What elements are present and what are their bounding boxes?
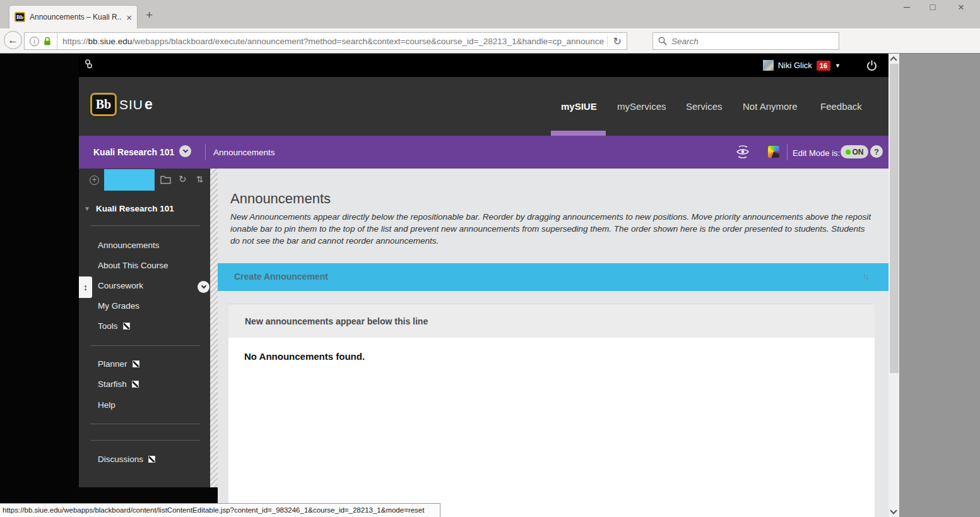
chevron-down-icon (201, 283, 206, 288)
coursework-menu-chevron-button[interactable] (198, 281, 210, 293)
collapse-caret-icon[interactable]: ▼ (84, 205, 90, 212)
user-menu[interactable]: Niki Glick 16 ▼ (763, 54, 877, 77)
external-window-icon (123, 323, 130, 330)
active-tab-underline (551, 131, 606, 136)
sidebar-divider (90, 345, 200, 346)
external-window-icon (148, 456, 155, 463)
back-button[interactable]: ← (4, 31, 22, 49)
sidebar-item-my-grades[interactable]: My Grades (98, 301, 139, 311)
sidebar-divider (90, 225, 200, 226)
window-maximize-button[interactable]: □ (923, 1, 942, 12)
logo-e-text: e (145, 96, 153, 113)
breadcrumb: Announcements (213, 148, 275, 157)
add-menu-item-icon[interactable]: + (90, 175, 99, 185)
user-avatar (763, 60, 774, 71)
chevron-down-icon: ▼ (835, 62, 841, 69)
reorder-arrows-icon[interactable]: ↑↓ (863, 271, 868, 282)
sidebar-item-help[interactable]: Help (98, 400, 115, 410)
external-window-icon (132, 381, 139, 388)
student-preview-icon[interactable] (735, 145, 751, 161)
sidebar-item-coursework[interactable]: Coursework (98, 281, 143, 290)
external-window-icon (133, 360, 139, 367)
course-menu-toolbar: + ↻ ⇅ (79, 169, 210, 192)
edit-mode-on-dot (846, 150, 851, 155)
sidebar-drag-edge[interactable] (210, 169, 218, 487)
secure-lock-icon (44, 37, 51, 46)
edit-mode-toggle[interactable]: ON (841, 145, 868, 158)
blackboard-favicon-icon: Bb (15, 12, 25, 22)
logout-power-icon[interactable] (866, 60, 877, 71)
nav-tab-mysiue[interactable]: mySIUE (561, 101, 597, 112)
vertical-scrollbar[interactable] (888, 54, 899, 517)
course-menu-sidebar: + ↻ ⇅ ▼ Kuali Research 101 Announcements… (79, 169, 210, 487)
link-icon[interactable] (84, 59, 93, 72)
logo-siu-text: SIU (119, 97, 143, 112)
bb-utility-bar: Niki Glick 16 ▼ (79, 54, 888, 77)
sidebar-item-about-this-course[interactable]: About This Course (98, 261, 168, 270)
page-description: New Announcements appear directly below … (230, 211, 871, 247)
course-menu-chevron-button[interactable] (179, 145, 191, 157)
edit-mode-label: Edit Mode is: (793, 148, 840, 158)
theme-palette-icon[interactable] (768, 146, 779, 158)
new-tab-button[interactable]: + (146, 8, 153, 22)
reposition-bar-label: New announcements appear below this line (245, 316, 428, 326)
screenshot-root: Bb Announcements – Kuali R... × + – □ × … (0, 0, 980, 517)
status-bar-link-preview: https://bb.siue.edu/webapps/blackboard/c… (0, 503, 440, 517)
breadcrumb-divider (205, 144, 206, 160)
folder-view-icon[interactable] (160, 175, 171, 187)
reload-icon[interactable]: ↻ (607, 35, 622, 47)
create-announcement-button[interactable]: Create Announcement ↑↓ (218, 263, 888, 291)
sidebar-divider (90, 440, 200, 441)
course-name[interactable]: Kuali Research 101 (93, 147, 174, 157)
help-button[interactable]: ? (870, 145, 883, 158)
scroll-down-icon[interactable] (890, 507, 897, 514)
window-close-button[interactable]: × (952, 1, 971, 14)
search-placeholder: Search (671, 37, 699, 46)
empty-state-message: No Announcements found. (244, 351, 365, 362)
blackboard-logo-icon: Bb (90, 93, 117, 116)
sidebar-item-announcements[interactable]: Announcements (98, 241, 160, 250)
nav-tab-not-anymore[interactable]: Not Anymore (743, 101, 798, 112)
reorder-icon[interactable]: ⇅ (196, 174, 204, 184)
page-title: Announcements (230, 191, 331, 207)
reposition-bar[interactable]: New announcements appear below this line (228, 304, 875, 338)
search-input[interactable]: Search (652, 32, 839, 50)
scroll-up-icon[interactable] (890, 56, 897, 63)
window-minimize-button[interactable]: – (897, 0, 916, 13)
address-bar[interactable]: i https://bb.siue.edu/webapps/blackboard… (24, 32, 627, 50)
chevron-down-icon (182, 148, 187, 153)
scrollbar-thumb[interactable] (890, 64, 899, 373)
search-icon (658, 37, 667, 45)
browser-titlebar: Bb Announcements – Kuali R... × + – □ × (0, 0, 980, 28)
refresh-icon[interactable]: ↻ (179, 174, 187, 185)
sidebar-item-planner[interactable]: Planner (98, 359, 139, 369)
sidebar-resize-handle[interactable]: ↕ (79, 276, 92, 298)
page-info-icon[interactable]: i (30, 37, 39, 46)
url-text[interactable]: https://bb.siue.edu/webapps/blackboard/e… (62, 37, 605, 46)
announcements-list-panel: New announcements appear below this line… (228, 304, 875, 517)
nav-tab-myservices[interactable]: myServices (617, 101, 666, 112)
sidebar-item-tools[interactable]: Tools (98, 321, 130, 331)
nav-tab-services[interactable]: Services (686, 101, 723, 112)
sidebar-divider (90, 424, 200, 424)
window-right-gutter (899, 54, 980, 517)
tab-title: Announcements – Kuali R... (30, 13, 122, 21)
tab-close-icon[interactable]: × (126, 12, 132, 23)
nav-tab-feedback[interactable]: Feedback (820, 101, 862, 112)
url-divider (57, 33, 57, 49)
sidebar-item-starfish[interactable]: Starfish (98, 379, 139, 389)
sidebar-item-discussions[interactable]: Discussions (98, 455, 155, 464)
notification-badge: 16 (817, 61, 830, 71)
sidebar-course-title[interactable]: Kuali Research 101 (96, 204, 174, 213)
user-name: Niki Glick (778, 61, 812, 70)
page-left-gutter (0, 54, 79, 517)
browser-toolbar: ← i https://bb.siue.edu/webapps/blackboa… (0, 28, 980, 54)
bb-siue-logo[interactable]: Bb SIU e (90, 93, 153, 116)
coursebar-divider (787, 144, 788, 160)
bb-header: Bb SIU e mySIUE myServices Services Not … (79, 77, 888, 136)
edit-mode-state: ON (853, 148, 864, 157)
view-selector-highlight[interactable] (104, 169, 155, 191)
browser-tab[interactable]: Bb Announcements – Kuali R... × (9, 5, 138, 28)
create-announcement-label: Create Announcement (234, 271, 328, 282)
course-bar: Kuali Research 101 Announcements Edit Mo… (79, 136, 888, 169)
